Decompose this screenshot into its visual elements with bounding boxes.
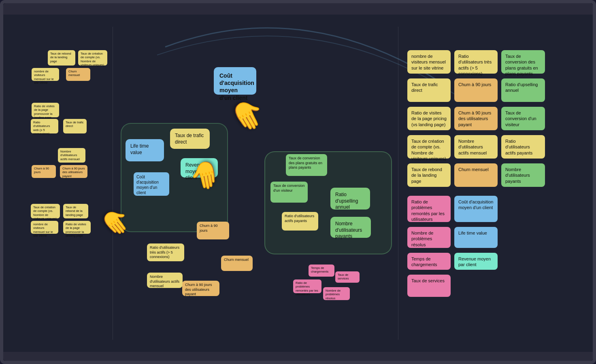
list-item[interactable]: Ratio de visites de la page promouvoir l…	[32, 103, 59, 117]
rcard-taux-creation[interactable]: Taux de création de compte (vs. Nombre d…	[407, 135, 451, 159]
card-ratio-upselling[interactable]: Ratio d'upselling annuel	[330, 188, 370, 210]
card-cout-acquisition-top[interactable]: Coût d'acquisition moyen d'un client	[214, 67, 256, 95]
rcard-churn-mensuel[interactable]: Churn mensuel	[454, 163, 498, 187]
card-nombre-utilisateurs-payants[interactable]: Nombre d'utilisateurs payants	[330, 217, 371, 238]
rcard-taux-rebond[interactable]: Taux de rebond de la landing page	[407, 163, 451, 187]
rcard-churn-90[interactable]: Churn à 90 jours	[454, 78, 498, 102]
octagon-right	[264, 151, 392, 254]
card-life-time-value[interactable]: Life time value	[126, 139, 164, 161]
list-item[interactable]: Ratio de problèmes remontés par les util…	[293, 279, 321, 293]
list-item[interactable]: Churn à 90 jours des utilisateurs payant	[60, 165, 87, 178]
card-revenue-moyen[interactable]: Revenue moyen par client	[181, 158, 218, 178]
rcard-life-time[interactable]: Life time value	[454, 227, 498, 248]
rcard-nombre-utilisateurs-actifs[interactable]: Nombre d'utilisateurs actifs mensuel	[454, 135, 498, 159]
card-cout-acquisition-center[interactable]: Coût d'acquisition moyen d'un client	[134, 172, 169, 196]
list-item[interactable]: Temps de chargements	[309, 265, 334, 277]
list-item[interactable]: Taux de création de compte (vs. Nombre d…	[78, 50, 107, 66]
list-item[interactable]: Taux de rebond de la landing page	[48, 50, 75, 66]
list-item[interactable]: Taux de rebond de la landing page	[63, 204, 88, 218]
list-item[interactable]: Taux de création de compte (vs. Nombre d…	[31, 204, 60, 218]
screen: Taux de rebond de la landing page Taux d…	[0, 0, 596, 364]
card-churn-90[interactable]: Churn à 90 jours	[197, 222, 229, 239]
rcard-nb-problemes[interactable]: Nombre de problèmes résolus	[407, 227, 451, 248]
list-item[interactable]: nombre de visiteurs mensuel sur le site …	[31, 221, 58, 234]
canvas[interactable]: Taux de rebond de la landing page Taux d…	[3, 15, 593, 352]
list-item[interactable]: Ratio de visites de la page promouvoir l…	[63, 221, 91, 234]
rcard-taux-services[interactable]: Taux de services	[407, 275, 451, 297]
card-taux-conversion-gratuits[interactable]: Taux de conversion des plans gratuits en…	[286, 154, 327, 176]
rcard-ratio-utilisateurs-actifs[interactable]: Ratio d'utilisateurs très actifs (> 5 co…	[454, 50, 498, 74]
rcard-ratio-visites-pricing[interactable]: Ratio de visites de la page pricing (vs …	[407, 107, 451, 130]
rcard-revenue-moyen[interactable]: Revenue moyen par client	[454, 253, 498, 270]
right-divider	[398, 27, 398, 340]
list-item[interactable]: Nombre de problèmes résolus	[323, 287, 350, 300]
card-ratio-utilisateurs[interactable]: Ratio d'utilisateurs très actifs (> 5 co…	[147, 243, 184, 261]
rcard-churn-90-payant[interactable]: Churn à 90 jours des utilisateurs payant	[454, 107, 498, 130]
rcard-temps-chargements[interactable]: Temps de chargements	[407, 253, 451, 270]
card-churn-90-payant[interactable]: Churn à 90 jours des utilisateurs payant	[182, 281, 219, 296]
rcard-taux-conversion-visiteur[interactable]: Taux de conversion d'un visiteur	[501, 107, 545, 130]
rcard-ratio-actifs-payants[interactable]: Ratio d'utilisateurs actifs payants	[501, 135, 545, 159]
left-divider	[113, 27, 113, 340]
rcard-ratio-problemes[interactable]: Ratio de problèmes remontés par les util…	[407, 196, 451, 222]
card-taux-trafic-direct[interactable]: Taux de trafic direct	[170, 129, 210, 149]
rcard-cout-acquisition[interactable]: Coût d'acquisition moyen d'un client	[454, 196, 498, 222]
list-item[interactable]: Churn mensuel	[66, 68, 90, 81]
list-item[interactable]: nombre de visiteurs mensuel sur le site …	[32, 68, 59, 81]
card-taux-conversion-visiteur[interactable]: Taux de conversion d'un visiteur	[270, 182, 308, 203]
card-nombre-utilisateurs-actifs[interactable]: Nombre d'utilisateurs actifs mensuel	[147, 273, 183, 288]
list-item[interactable]: Churn à 90 jours	[32, 165, 56, 178]
rcard-ratio-upselling[interactable]: Ratio d'upselling annuel	[501, 78, 545, 102]
list-item[interactable]: Ratio d'utilisateurs web (≥ 5 connexions…	[31, 119, 58, 133]
list-item[interactable]: Taux de trafic direct	[63, 119, 87, 133]
rcard-visiteurs-mensuel[interactable]: nombre de visiteurs mensuel sur le site …	[407, 50, 451, 74]
list-item[interactable]: Nombre d'utilisateurs actifs mensuel	[58, 148, 85, 163]
rcard-taux-conversion-gratuits[interactable]: Taux de conversion des plans gratuits en…	[501, 50, 545, 74]
list-item[interactable]: Taux de services	[335, 271, 360, 283]
card-churn-mensuel-center[interactable]: Churn mensuel	[221, 256, 253, 271]
rcard-nombre-payants[interactable]: Nombre d'utilisateurs payants	[501, 163, 545, 187]
card-ratio-actifs-payants[interactable]: Ratio d'utilisateurs actifs payants	[282, 212, 318, 231]
rcard-taux-trafic[interactable]: Taux de trafic direct	[407, 78, 451, 102]
